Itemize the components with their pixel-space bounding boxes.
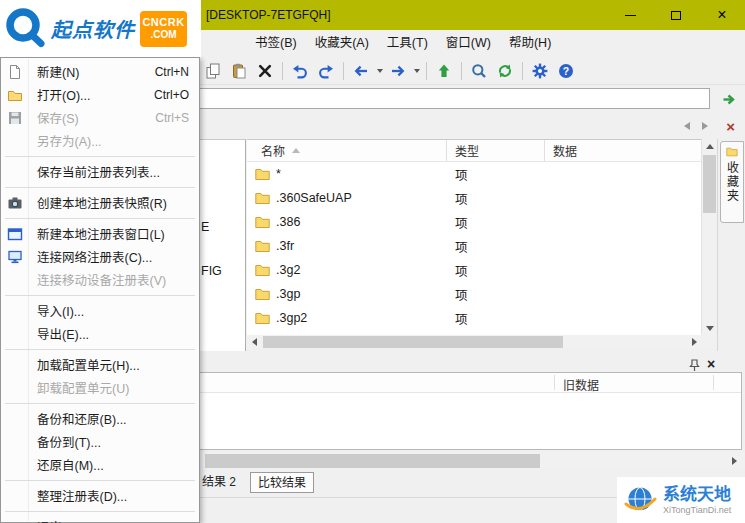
- registry-row[interactable]: .360SafeUAP 项: [247, 186, 701, 210]
- horizontal-scroll-thumb[interactable]: [263, 336, 563, 348]
- tab-label: 结果 2: [202, 475, 236, 489]
- open-folder-icon: [6, 86, 23, 103]
- panel-close-button[interactable]: ×: [707, 357, 715, 371]
- window-title: [DESKTOP-7ETGFQH]: [206, 8, 330, 22]
- redo-button[interactable]: [313, 59, 339, 83]
- menu-item-new-local-registry-window[interactable]: 新建本地注册表窗口(L): [1, 222, 199, 245]
- column-header-type[interactable]: 类型: [447, 140, 545, 161]
- menu-separator: [1, 507, 199, 515]
- settings-button[interactable]: [527, 59, 553, 83]
- scroll-tabs-left-icon[interactable]: [684, 122, 690, 130]
- column-header-name[interactable]: 名称: [247, 140, 447, 161]
- menu-separator: [1, 183, 199, 191]
- menu-item-unload-hive: 卸载配置单元(U): [1, 376, 199, 399]
- forward-button[interactable]: [385, 59, 411, 83]
- horizontal-scroll-thumb[interactable]: [205, 454, 540, 468]
- list-horizontal-scrollbar[interactable]: [247, 335, 701, 349]
- registry-row[interactable]: .3g2 项: [247, 258, 701, 282]
- xitongtiandi-brand-text: 系统天地: [663, 485, 731, 505]
- go-button[interactable]: [716, 88, 742, 110]
- registry-row[interactable]: .3fr 项: [247, 234, 701, 258]
- registry-row[interactable]: .3gp 项: [247, 282, 701, 306]
- vertical-scroll-thumb[interactable]: [703, 155, 716, 213]
- menu-item-save-as: 另存为(A)...: [1, 129, 199, 152]
- folder-icon: [255, 240, 270, 253]
- file-menu-dropdown: 新建(N) Ctrl+N 打开(O)... Ctrl+O 保存(S) Ctrl+…: [0, 57, 200, 523]
- tab-compare-results[interactable]: 比较结果: [250, 472, 314, 493]
- scroll-right-icon[interactable]: [687, 335, 701, 349]
- list-vertical-scrollbar[interactable]: [701, 139, 717, 335]
- menu-tools[interactable]: 工具(T): [378, 30, 437, 57]
- paste-button[interactable]: [226, 59, 252, 83]
- scroll-right-icon[interactable]: [727, 454, 741, 468]
- menu-item-open[interactable]: 打开(O)... Ctrl+O: [1, 83, 199, 106]
- folder-icon: [255, 312, 270, 325]
- menu-bookmarks[interactable]: 书签(B): [246, 30, 306, 57]
- undo-button[interactable]: [287, 59, 313, 83]
- back-button[interactable]: [348, 59, 374, 83]
- toolbar-separator: [282, 62, 283, 80]
- column-header-data[interactable]: 数据: [545, 140, 701, 161]
- scroll-left-icon[interactable]: [247, 335, 261, 349]
- save-icon: [6, 109, 23, 126]
- maximize-button[interactable]: [653, 0, 699, 30]
- undo-icon: [292, 63, 308, 79]
- column-header-old-data[interactable]: 旧数据: [563, 376, 599, 393]
- menu-item-export[interactable]: 导出(E)...: [1, 322, 199, 345]
- search-button[interactable]: [466, 59, 492, 83]
- delete-button[interactable]: [252, 59, 278, 83]
- menu-item-connect-mobile-device-registry: 连接移动设备注册表(V): [1, 268, 199, 291]
- window-controls: ×: [607, 0, 745, 30]
- sort-ascending-icon: [292, 148, 300, 153]
- menu-item-backup-to[interactable]: 备份到(T)...: [1, 430, 199, 453]
- scrollbar-corner: [701, 335, 717, 349]
- menu-separator: [1, 476, 199, 484]
- menu-item-backup-and-restore[interactable]: 备份和还原(B)...: [1, 407, 199, 430]
- column-label: 名称: [261, 142, 285, 159]
- copy-icon: [205, 63, 221, 79]
- gear-icon: [532, 63, 548, 79]
- menu-window[interactable]: 窗口(W): [437, 30, 500, 57]
- scroll-up-icon[interactable]: [702, 139, 717, 153]
- registry-row[interactable]: .386 项: [247, 210, 701, 234]
- registry-row[interactable]: * 项: [247, 162, 701, 186]
- scroll-tabs-right-icon[interactable]: [702, 122, 708, 130]
- toolbar-separator: [461, 62, 462, 80]
- menu-item-defragment-registry[interactable]: 整理注册表(D)...: [1, 484, 199, 507]
- menu-item-import[interactable]: 导入(I)...: [1, 299, 199, 322]
- menu-favorites[interactable]: 收藏夹(A): [306, 30, 378, 57]
- tab-label: 比较结果: [258, 476, 306, 490]
- column-label: 数据: [553, 142, 577, 159]
- menu-separator: [1, 345, 199, 353]
- favorites-tab[interactable]: 收藏夹: [720, 141, 744, 223]
- menu-item-exit[interactable]: 退出(X): [1, 515, 199, 523]
- favorites-sidebar: 收藏夹: [717, 139, 745, 351]
- menu-item-new[interactable]: 新建(N) Ctrl+N: [1, 60, 199, 83]
- back-history-button[interactable]: [374, 59, 385, 83]
- menu-item-connect-network-registry[interactable]: 连接网络注册表(C)...: [1, 245, 199, 268]
- favorites-close-button[interactable]: ×: [726, 119, 735, 134]
- menu-item-load-hive[interactable]: 加载配置单元(H)...: [1, 353, 199, 376]
- toolbar-separator: [426, 62, 427, 80]
- tree-item-fragment: FIG: [201, 264, 222, 278]
- up-one-level-button[interactable]: [431, 59, 457, 83]
- pin-icon: [689, 359, 700, 372]
- menu-item-create-local-registry-snapshot[interactable]: 创建本地注册表快照(R): [1, 191, 199, 214]
- registry-row[interactable]: .3gp2 项: [247, 306, 701, 330]
- menu-item-restore-from[interactable]: 还原自(M)...: [1, 453, 199, 476]
- network-computer-icon: [6, 248, 23, 265]
- menu-item-save-current-registry-list[interactable]: 保存当前注册表列表...: [1, 160, 199, 183]
- minimize-button[interactable]: [607, 0, 653, 30]
- favorites-tab-label: 收藏夹: [724, 161, 741, 203]
- menu-help[interactable]: 帮助(H): [500, 30, 560, 57]
- menu-item-save: 保存(S) Ctrl+S: [1, 106, 199, 129]
- close-icon: ×: [717, 7, 726, 23]
- refresh-button[interactable]: [492, 59, 518, 83]
- forward-history-button[interactable]: [411, 59, 422, 83]
- scroll-down-icon[interactable]: [702, 321, 717, 335]
- column-label: 类型: [455, 142, 479, 159]
- help-button[interactable]: ?: [553, 59, 579, 83]
- copy-button[interactable]: [200, 59, 226, 83]
- menu-separator: [1, 214, 199, 222]
- close-button[interactable]: ×: [699, 0, 745, 30]
